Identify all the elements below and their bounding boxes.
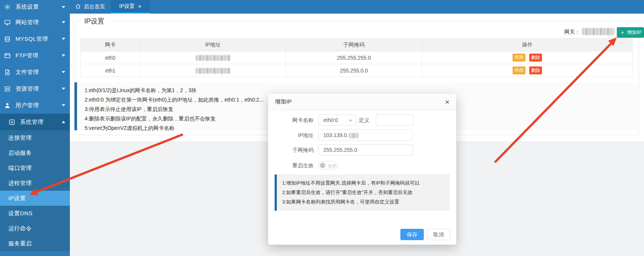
page-title: IP设置 [80,17,108,26]
table-header-row: 网卡 IP地址 子网掩码 操作 [81,39,633,51]
sidebar-item-dns[interactable]: 设置DNS [0,206,70,221]
tab-home-label: 后台首页 [84,3,105,10]
mask-cell: 255.255.0.0 [286,64,422,77]
chevron-up-icon [62,121,65,123]
plus-icon: ＋ [619,29,625,35]
sidebar-item-label: 系统管理 [20,119,62,126]
custom-label: 定义 [359,114,369,126]
actions-cell: 停用 删除 [422,51,633,64]
delete-button[interactable]: 删除 [529,54,542,61]
masked-ip-value [196,55,230,61]
toggle-knob [320,163,325,168]
save-button[interactable]: 保存 [400,229,424,240]
sidebar-item-website[interactable]: 网站管理 [0,14,70,31]
ip-cell-masked [140,51,286,64]
subnet-mask-input[interactable]: 255.255.255.0 [318,144,413,156]
sidebar-item-ip-settings[interactable]: IP设置 [0,191,70,206]
tab-ip-settings-label: IP设置 [119,3,135,10]
nic-select-value: eth0:0 [323,117,338,123]
tab-ip-settings[interactable]: IP设置 × [111,0,150,14]
stop-button[interactable]: 停用 [513,54,525,61]
resource-icon [4,85,11,92]
sidebar-item-users[interactable]: 用户管理 [0,97,70,114]
database-icon [4,35,11,42]
sidebar-item-processes[interactable]: 进程管理 [0,176,70,191]
toggle-state-label: 关闭 [327,163,337,170]
table-row: eth1 255.255.0.0 停用 删除 [81,64,633,77]
sidebar-item-run-command[interactable]: 运行命令 [0,221,70,236]
gateway-value-masked [582,28,615,35]
sidebar-item-system-management[interactable]: 系统管理 [0,114,70,130]
sidebar-item-resources[interactable]: 资源管理 [0,80,70,97]
sidebar-item-service-restart[interactable]: 服务重启 [0,236,70,251]
sidebar-item-mysql[interactable]: MYSQL管理 [0,31,70,47]
col-header-nic: 网卡 [81,39,140,51]
add-ip-button-label: 增加IP [627,29,641,36]
actions-cell: 停用 删除 [422,64,633,77]
sidebar-item-start-services[interactable]: 启动服务 [0,145,70,160]
add-ip-button[interactable]: ＋ 增加IP [617,27,644,38]
sidebar-item-label: 用户管理 [15,102,62,109]
sidebar-item-connections[interactable]: 连接管理 [0,130,70,145]
nic-select[interactable]: eth0:0 [318,114,356,126]
chevron-down-icon [62,54,65,57]
dialog-title: 增加IP [275,98,292,105]
custom-input[interactable] [376,114,414,126]
user-icon [4,102,11,109]
tab-home[interactable]: 后台首页 [75,0,105,14]
table-row: eth0 255.255.255.0 停用 删除 [81,51,633,64]
sidebar-item-label: 资源管理 [15,85,62,93]
restart-effective-label: 重启生效 [268,160,314,171]
sidebar-item-label: FTP管理 [15,52,62,59]
ip-address-label: IP地址 [268,130,314,141]
chevron-down-icon [62,38,65,40]
dialog-help-notes-box: 1:增加IP地址不用设置网关,选择网卡后，有IP和子网掩码就可以 2:如要重启后… [275,174,450,211]
sidebar: 系统设置 网站管理 MYSQL管理 FTP管理 文件管理 资源管理 [0,0,70,256]
chevron-down-icon [62,21,65,23]
chevron-down-icon [349,120,352,122]
sidebar-item-label: 网站管理 [15,19,62,26]
home-icon [75,3,81,10]
masked-ip-tail [349,133,359,138]
subnet-mask-label: 子网掩码 [268,144,314,156]
dialog-header: 增加IP × [268,94,456,110]
system-icon [8,119,15,125]
gateway-label: 网关： [564,29,580,35]
tab-bar: 后台首页 IP设置 × [70,0,644,14]
masked-ip-value [196,68,230,74]
chevron-down-icon [62,6,65,8]
chevron-down-icon [62,104,65,106]
ip-table: 网卡 IP地址 子网掩码 操作 eth0 255.255.255.0 停用 删除… [80,38,633,77]
stop-button[interactable]: 停用 [513,66,525,74]
sidebar-item-label: MYSQL管理 [15,35,62,43]
nic-cell: eth1 [81,64,140,77]
monitor-icon [4,19,11,26]
chevron-down-icon [62,88,65,90]
add-ip-dialog: 增加IP × 网卡名称 eth0:0 定义 IP地址 103.139.0. 子网… [268,94,456,245]
col-header-actions: 操作 [422,39,633,51]
sidebar-item-system-settings[interactable]: 系统设置 [0,0,70,14]
ip-address-input[interactable]: 103.139.0. [318,130,413,141]
ftp-icon [4,52,11,59]
restart-toggle[interactable]: 关闭 [318,161,338,170]
note-line: 3:如果网卡名称列表找所用网卡名，可使用自定义设置 [282,197,450,207]
nic-name-label: 网卡名称 [268,114,314,126]
nic-cell: eth0 [81,51,140,64]
close-icon[interactable]: × [138,3,142,9]
col-header-mask: 子网掩码 [286,39,422,51]
gear-icon [4,4,11,11]
close-icon[interactable]: × [445,98,449,106]
sidebar-item-ports[interactable]: 端口管理 [0,160,70,176]
col-header-ip: IP地址 [140,39,286,51]
note-line: 1:增加IP地址不用设置网关,选择网卡后，有IP和子网掩码就可以 [282,178,450,188]
delete-button[interactable]: 删除 [529,66,542,74]
cancel-button[interactable]: 取消 [427,229,450,240]
mask-cell: 255.255.255.0 [286,51,422,64]
sidebar-item-label: 系统设置 [15,3,62,11]
sidebar-item-files[interactable]: 文件管理 [0,64,70,80]
sidebar-item-label: 文件管理 [15,69,62,76]
chevron-down-icon [62,71,65,73]
note-line: 2:如要重启后生效，请打开"重启生效"开关，否则重启后无效 [282,188,450,197]
sidebar-item-ftp[interactable]: FTP管理 [0,47,70,64]
ip-cell-masked [140,64,286,77]
